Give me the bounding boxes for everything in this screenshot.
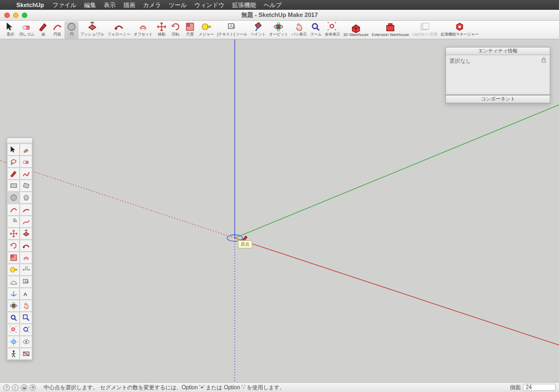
toolbar-label: 尺度 (186, 32, 194, 37)
menu-file[interactable]: ファイル (52, 1, 76, 9)
followme-icon (114, 22, 124, 31)
eraser-icon (22, 157, 31, 166)
arc2-icon (22, 205, 31, 214)
palette-zoomext-button[interactable] (7, 324, 20, 336)
palette-pan-button[interactable] (20, 300, 32, 312)
toolbar-pan-button[interactable]: パン表示 (290, 21, 308, 39)
palette-zoomwin-button[interactable] (20, 312, 32, 324)
toolbar-eraser-button[interactable]: 消しゴム (17, 21, 36, 39)
geolocate-icon[interactable]: ⊕ (29, 384, 36, 391)
palette-titlebar[interactable] (7, 138, 32, 144)
app-name[interactable]: SketchUp (16, 2, 44, 8)
palette-lasso-button[interactable] (7, 156, 20, 168)
palette-arc-button[interactable] (7, 204, 20, 216)
minimize-window-button[interactable] (13, 13, 19, 18)
menu-extensions[interactable]: 拡張機能 (232, 1, 256, 9)
toolbar-paint-button[interactable]: ペイント (249, 21, 267, 39)
toolbar-label: オフセット (134, 32, 153, 37)
section-icon (22, 349, 31, 358)
entity-info-panel[interactable]: エンティティ情報 選択なし (445, 47, 550, 95)
palette-position-button[interactable] (7, 336, 20, 348)
palette-rect-button[interactable] (7, 180, 20, 192)
palette-orbit-button[interactable] (7, 300, 20, 312)
palette-look-button[interactable] (20, 336, 32, 348)
toolbar-line-button[interactable]: 線 (36, 21, 50, 39)
palette-protractor-button[interactable] (7, 276, 20, 288)
lock-icon[interactable] (541, 57, 546, 63)
help-icon[interactable]: ? (3, 384, 10, 391)
toolbar-offset-button[interactable]: オフセット (132, 21, 154, 39)
palette-prev-button[interactable] (20, 324, 32, 336)
palette-arrow-button[interactable] (7, 144, 20, 156)
palette-3dtext-button[interactable]: A (20, 288, 32, 300)
offset-icon (138, 22, 148, 31)
large-toolset-palette[interactable]: 10A1A (7, 138, 33, 360)
toolbar-scale-button[interactable]: 尺度 (183, 21, 197, 39)
palette-text-button[interactable]: A1 (20, 276, 32, 288)
palette-tape-button[interactable] (7, 264, 20, 276)
palette-followme-button[interactable] (20, 240, 32, 252)
freehand-icon (22, 169, 31, 178)
toolbar-layout-button[interactable]: LayOut に送信 (411, 21, 439, 39)
toolbar-shapes-button[interactable]: 円 (64, 21, 79, 39)
palette-offset-button[interactable] (20, 252, 32, 264)
toolbar-followme-button[interactable]: フォローミー (106, 21, 132, 39)
toolbar-move-button[interactable]: 移動 (154, 21, 169, 39)
entity-info-title[interactable]: エンティティ情報 (446, 47, 550, 55)
menu-view[interactable]: 表示 (104, 1, 116, 9)
palette-rotate-button[interactable] (7, 240, 20, 252)
svg-point-39 (11, 316, 15, 319)
palette-rotrect-button[interactable] (20, 180, 32, 192)
palette-axes-button[interactable] (7, 288, 20, 300)
menu-help[interactable]: ヘルプ (264, 1, 282, 9)
palette-circle-button[interactable] (7, 192, 20, 204)
palette-poly-button[interactable] (20, 192, 32, 204)
user-icon[interactable]: ◒ (21, 384, 27, 391)
toolbar-text-button[interactable]: A1[テキスト] ツール (216, 21, 249, 39)
menu-draw[interactable]: 描画 (123, 1, 135, 9)
menu-camera[interactable]: カメラ (143, 1, 161, 9)
palette-dim-button[interactable]: 10 (20, 264, 32, 276)
window-titlebar: 無題 - SketchUp Make 2017 (0, 10, 559, 21)
palette-zoom-button[interactable] (7, 312, 20, 324)
dim-icon: 10 (22, 265, 31, 274)
arc-icon (9, 205, 18, 214)
palette-pie-button[interactable] (7, 216, 20, 228)
palette-arc2-button[interactable] (20, 204, 32, 216)
info-icon[interactable]: i (12, 384, 19, 391)
3dtext-icon: A (22, 289, 31, 298)
extmgr-icon (454, 22, 465, 31)
toolbar-zoomext-button[interactable]: 全体表示 (323, 21, 342, 39)
palette-move-button[interactable] (7, 228, 20, 240)
palette-walk-button[interactable] (7, 348, 20, 360)
palette-pencil-button[interactable] (7, 168, 20, 180)
zoom-window-button[interactable] (22, 13, 27, 18)
toolbar-pushpull-button[interactable]: プッシュ/プル (79, 21, 106, 39)
measurement-input[interactable]: 24 (523, 384, 556, 391)
toolbar-select-button[interactable]: 選択 (3, 21, 17, 39)
palette-curve-button[interactable] (20, 216, 32, 228)
components-title[interactable]: コンポーネント (446, 96, 550, 103)
toolbar-3dwh-button[interactable]: 3D Warehouse (342, 21, 370, 39)
toolbar-arc-button[interactable]: 円弧 (50, 21, 64, 39)
toolbar-label: 移動 (158, 32, 165, 37)
toolbar-rotate-button[interactable]: 回転 (169, 21, 183, 39)
toolbar-zoom-button[interactable]: ズーム (308, 21, 323, 39)
menu-tools[interactable]: ツール (169, 1, 187, 9)
svg-point-3 (115, 27, 117, 29)
toolbar-extmgr-button[interactable]: 拡張機能マネージャー (439, 21, 480, 39)
palette-brush-button[interactable] (20, 144, 32, 156)
components-panel[interactable]: コンポーネント (445, 95, 550, 104)
toolbar-extwh-button[interactable]: Extension Warehouse (370, 21, 411, 39)
menu-edit[interactable]: 編集 (84, 1, 96, 9)
palette-eraser-button[interactable] (20, 156, 32, 168)
menu-window[interactable]: ウィンドウ (194, 1, 224, 9)
palette-freehand-button[interactable] (20, 168, 32, 180)
close-window-button[interactable] (4, 13, 10, 18)
palette-section-button[interactable] (20, 348, 32, 360)
paint-icon (253, 22, 264, 31)
toolbar-tape-button[interactable]: メジャー (197, 21, 216, 39)
palette-pushpull-button[interactable] (20, 228, 32, 240)
palette-scale-button[interactable] (7, 252, 20, 264)
toolbar-orbit-button[interactable]: オービット (267, 21, 290, 39)
